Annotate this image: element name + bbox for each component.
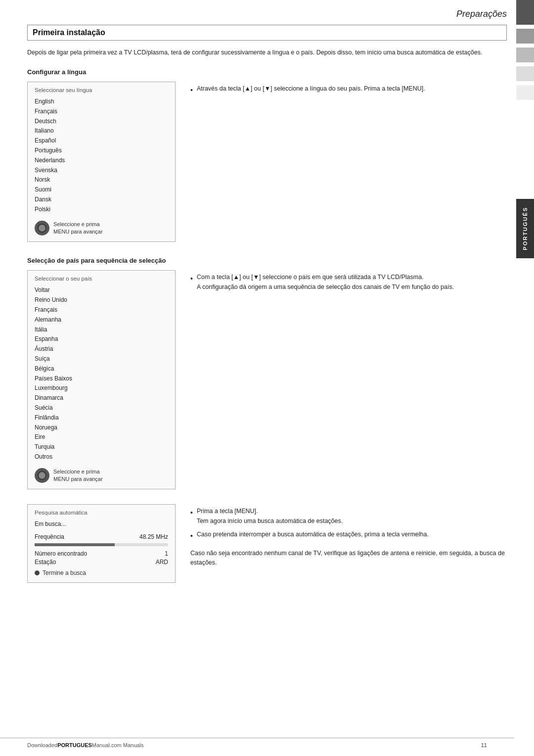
auto-search-left: Pesquisa automática Em busca... Frequênc… (27, 504, 176, 583)
progress-bar-fill (35, 543, 115, 546)
auto-search-bullet-2: • Caso pretenda interromper a busca auto… (190, 530, 507, 542)
terminate-dot (35, 570, 40, 575)
progress-bar (35, 543, 168, 546)
footer-left-text: DownloadedPORTUGUESManual.com Manuals (27, 742, 143, 748)
auto-search-bullet-text-1: Prima a tecla [MENU].Tem agora início um… (197, 507, 343, 526)
country-menu-button-inner (38, 471, 46, 480)
found-value: 1 (165, 550, 168, 557)
lang-deutsch: Deutsch (35, 117, 168, 127)
country-noruega: Noruega (35, 423, 168, 433)
page-footer: DownloadedPORTUGUESManual.com Manuals 11 (0, 738, 514, 748)
language-config-heading: Configurar a língua (27, 68, 507, 76)
country-italia: Itália (35, 325, 168, 335)
bullet-dot-4: • (190, 531, 193, 542)
country-alemanha: Alemanha (35, 315, 168, 325)
country-suica: Suíça (35, 354, 168, 364)
found-row: Número encontrado 1 (35, 550, 168, 557)
terminate-row: Termine a busca (35, 569, 168, 576)
country-config-heading: Selecção de país para sequência de selec… (27, 257, 507, 264)
right-sidebar: PORTUGUÊS (516, 0, 534, 756)
country-luxembourg: Luxembourg (35, 383, 168, 393)
footer-brand: PORTUGUES (57, 742, 92, 748)
lang-norsk: Norsk (35, 175, 168, 185)
country-eire: Eire (35, 432, 168, 442)
footer-site: Manual.com Manuals (92, 742, 144, 748)
country-config-row: Seleccionar o seu país Voltar Reino Unid… (27, 270, 507, 489)
country-outros: Outros (35, 452, 168, 462)
lang-portugues: Português (35, 146, 168, 156)
country-voltar: Voltar (35, 285, 168, 295)
lang-svenska: Svenska (35, 166, 168, 176)
country-bullet-text: Com a tecla [▲] ou [▼] seleccione o país… (197, 273, 454, 292)
page-section-title: Preparações (456, 9, 507, 19)
lang-english: English (35, 97, 168, 107)
language-menu-footer: Seleccione e primaMENU para avançar (35, 221, 168, 236)
language-menu-title: Seleccionar seu língua (35, 87, 168, 93)
main-content: Primeira instalação Depois de ligar pela… (27, 0, 507, 583)
auto-search-status: Em busca... (35, 520, 168, 529)
country-list: Voltar Reino Unido Français Alemanha Itá… (35, 285, 168, 462)
lang-espanol: Español (35, 136, 168, 146)
auto-search-row: Pesquisa automática Em busca... Frequênc… (27, 504, 507, 583)
freq-label: Frequência (35, 533, 64, 540)
sidebar-portugues-label: PORTUGUÊS (522, 207, 528, 250)
menu-button-icon (35, 221, 49, 236)
lang-dansk: Dansk (35, 195, 168, 205)
section-main-title: Primeira instalação (27, 25, 507, 41)
country-belgica: Bélgica (35, 364, 168, 374)
auto-search-right: • Prima a tecla [MENU].Tem agora início … (176, 504, 507, 567)
country-dinamarca: Dinamarca (35, 393, 168, 403)
page-wrapper: Preparações PORTUGUÊS Primeira instalaçã… (0, 0, 534, 756)
station-label: Estação (35, 559, 56, 566)
lang-italiano: Italiano (35, 126, 168, 136)
country-bullet: • Com a tecla [▲] ou [▼] seleccione o pa… (190, 273, 507, 292)
country-menu-footer: Seleccione e primaMENU para avançar (35, 468, 168, 483)
bullet-dot-1: • (190, 85, 193, 96)
country-francais: Français (35, 305, 168, 315)
lang-polski: Polski (35, 205, 168, 215)
country-espanha: Espanha (35, 334, 168, 344)
country-paises-baixos: Países Baixos (35, 374, 168, 384)
bullet-dot-3: • (190, 508, 193, 519)
lang-nederlands: Nederlands (35, 156, 168, 166)
country-menu-box: Seleccionar o seu país Voltar Reino Unid… (27, 270, 176, 489)
language-bullet: • Através da tecla [▲] ou [▼] seleccione… (190, 84, 507, 96)
footer-downloaded: Downloaded (27, 742, 57, 748)
country-suecia: Suécia (35, 403, 168, 413)
terminate-label: Termine a busca (43, 569, 86, 576)
language-menu-footer-text: Seleccione e primaMENU para avançar (53, 221, 103, 236)
auto-search-box: Pesquisa automática Em busca... Frequênc… (27, 504, 176, 583)
language-list: English Français Deutsch Italiano Españo… (35, 97, 168, 215)
country-config-right: • Com a tecla [▲] ou [▼] seleccione o pa… (176, 270, 507, 296)
menu-button-inner (38, 224, 46, 233)
auto-search-bullet-text-2: Caso pretenda interromper a busca automá… (197, 530, 429, 539)
language-menu-left: Seleccionar seu língua English Français … (27, 82, 176, 242)
country-menu-button-icon (35, 468, 49, 483)
country-menu-footer-text: Seleccione e primaMENU para avançar (53, 468, 103, 483)
auto-search-note: Caso não seja encontrado nenhum canal de… (190, 549, 507, 568)
station-value: ARD (156, 559, 168, 566)
language-config-right: • Através da tecla [▲] ou [▼] seleccione… (176, 82, 507, 100)
auto-search-bullet-1: • Prima a tecla [MENU].Tem agora início … (190, 507, 507, 526)
country-turquia: Turquia (35, 442, 168, 452)
station-row: Estação ARD (35, 559, 168, 566)
language-config-row: Seleccionar seu língua English Français … (27, 82, 507, 242)
country-austria: Áustria (35, 344, 168, 354)
country-reino-unido: Reino Unido (35, 295, 168, 305)
intro-paragraph: Depois de ligar pela primeira vez a TV L… (27, 47, 507, 57)
language-bullet-text: Através da tecla [▲] ou [▼] seleccione a… (197, 84, 425, 94)
found-label: Número encontrado (35, 550, 87, 557)
country-finlandia: Finlândia (35, 413, 168, 423)
auto-search-freq-row: Frequência 48.25 MHz (35, 533, 168, 540)
lang-suomi: Suomi (35, 185, 168, 195)
lang-francais: Français (35, 107, 168, 117)
country-menu-left: Seleccionar o seu país Voltar Reino Unid… (27, 270, 176, 489)
language-menu-box: Seleccionar seu língua English Français … (27, 82, 176, 242)
freq-value: 48.25 MHz (139, 533, 168, 540)
bullet-dot-2: • (190, 274, 193, 284)
country-menu-title: Seleccionar o seu país (35, 276, 168, 282)
footer-page-number: 11 (481, 742, 487, 748)
auto-search-title: Pesquisa automática (35, 510, 168, 516)
